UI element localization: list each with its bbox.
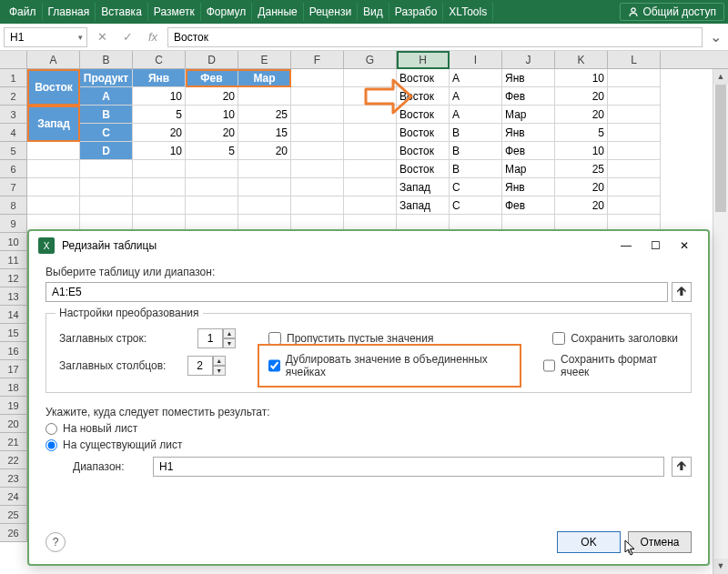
range-picker-icon[interactable]: 🡱 <box>672 282 692 302</box>
cell[interactable]: Запад <box>397 196 450 215</box>
column-header[interactable]: D <box>186 51 238 68</box>
column-header[interactable]: F <box>291 51 344 68</box>
existing-sheet-radio[interactable]: На существующий лист <box>46 438 692 451</box>
cell[interactable]: 25 <box>238 106 291 124</box>
row-header[interactable]: 23 <box>0 469 27 488</box>
cell[interactable] <box>133 196 186 215</box>
cell[interactable] <box>344 178 397 196</box>
column-header[interactable]: A <box>27 51 80 68</box>
cell[interactable] <box>344 196 397 215</box>
cell[interactable]: Янв <box>502 178 555 196</box>
row-header[interactable]: 10 <box>0 233 27 251</box>
cell[interactable] <box>186 160 238 178</box>
ribbon-tab-разрабо[interactable]: Разрабо <box>389 3 444 21</box>
formula-expand-icon[interactable]: ⌄ <box>706 28 724 45</box>
column-header[interactable]: B <box>80 51 133 68</box>
new-sheet-radio[interactable]: На новый лист <box>46 422 692 435</box>
cell[interactable] <box>27 178 80 196</box>
cell[interactable] <box>608 87 661 106</box>
column-header[interactable]: G <box>344 51 397 68</box>
header-cols-spinner[interactable]: ▲▼ <box>187 356 226 376</box>
column-header[interactable]: K <box>555 51 608 68</box>
spinner-down-icon[interactable]: ▼ <box>213 366 226 376</box>
column-header[interactable]: C <box>133 51 186 68</box>
row-header[interactable]: 16 <box>0 342 27 360</box>
cell[interactable]: 20 <box>238 142 291 160</box>
scroll-down-icon[interactable]: ▼ <box>713 559 728 574</box>
dest-range-picker-icon[interactable]: 🡱 <box>672 457 692 477</box>
merged-cell-vostok[interactable]: Восток <box>27 69 80 106</box>
cell[interactable] <box>344 160 397 178</box>
cell[interactable]: A <box>450 69 502 87</box>
cell[interactable]: C <box>80 124 133 142</box>
row-header[interactable]: 2 <box>0 87 27 106</box>
cell[interactable] <box>291 178 344 196</box>
cell[interactable] <box>344 142 397 160</box>
cell[interactable]: 20 <box>186 87 238 106</box>
cell[interactable]: B <box>450 160 502 178</box>
cell[interactable]: Янв <box>502 69 555 87</box>
row-header[interactable]: 6 <box>0 160 27 178</box>
column-header[interactable]: J <box>502 51 555 68</box>
cell[interactable] <box>291 69 344 87</box>
header-rows-input[interactable] <box>197 328 223 348</box>
confirm-edit-icon[interactable]: ✓ <box>116 27 138 47</box>
row-header[interactable]: 26 <box>0 524 27 542</box>
duplicate-merged-checkbox[interactable]: Дублировать значение в объединенных ячей… <box>258 344 521 388</box>
header-rows-spinner[interactable]: ▲▼ <box>197 328 236 348</box>
cell[interactable]: Янв <box>502 124 555 142</box>
cell[interactable]: 5 <box>555 124 608 142</box>
row-header[interactable]: 9 <box>0 215 27 233</box>
row-header[interactable]: 8 <box>0 196 27 215</box>
cell[interactable]: 5 <box>133 106 186 124</box>
spinner-up-icon[interactable]: ▲ <box>213 356 226 366</box>
row-header[interactable]: 4 <box>0 124 27 142</box>
cell[interactable]: Восток <box>397 124 450 142</box>
cell[interactable]: 20 <box>186 124 238 142</box>
cell[interactable] <box>133 160 186 178</box>
cell[interactable]: A <box>80 87 133 106</box>
cell[interactable]: B <box>450 142 502 160</box>
cell[interactable] <box>608 160 661 178</box>
cell[interactable] <box>186 196 238 215</box>
cell[interactable]: Мар <box>502 160 555 178</box>
select-all-corner[interactable] <box>0 51 27 68</box>
cancel-edit-icon[interactable]: ✕ <box>91 27 113 47</box>
column-header[interactable]: L <box>608 51 661 68</box>
cell[interactable]: Запад <box>397 178 450 196</box>
row-header[interactable]: 11 <box>0 251 27 269</box>
cell[interactable]: 20 <box>555 106 608 124</box>
cell[interactable] <box>608 178 661 196</box>
fx-icon[interactable]: fx <box>142 27 164 47</box>
cell[interactable] <box>186 178 238 196</box>
column-header[interactable]: H <box>397 51 450 68</box>
column-header[interactable]: E <box>238 51 291 68</box>
cell[interactable]: 25 <box>555 160 608 178</box>
cell[interactable]: Фев <box>502 142 555 160</box>
minimize-icon[interactable]: — <box>612 237 641 255</box>
ribbon-tab-вставка[interactable]: Вставка <box>96 3 148 21</box>
name-box[interactable]: H1 <box>4 27 87 47</box>
row-header[interactable]: 12 <box>0 269 27 287</box>
cell[interactable]: Фев <box>502 87 555 106</box>
scroll-thumb[interactable] <box>715 85 726 212</box>
cell[interactable]: Мар <box>238 69 291 87</box>
cell[interactable]: 20 <box>555 87 608 106</box>
cell[interactable] <box>608 124 661 142</box>
cell[interactable]: B <box>80 106 133 124</box>
cell[interactable]: Янв <box>133 69 186 87</box>
cell[interactable] <box>27 196 80 215</box>
keep-headers-checkbox[interactable]: Сохранить заголовки <box>552 332 678 345</box>
scroll-up-icon[interactable]: ▲ <box>713 69 728 85</box>
cell[interactable]: 10 <box>186 106 238 124</box>
ribbon-tab-данные[interactable]: Данные <box>252 3 303 21</box>
row-header[interactable]: 1 <box>0 69 27 87</box>
row-header[interactable]: 20 <box>0 415 27 433</box>
cell[interactable]: Восток <box>397 142 450 160</box>
cell[interactable] <box>80 160 133 178</box>
row-header[interactable]: 5 <box>0 142 27 160</box>
cell[interactable] <box>291 196 344 215</box>
cell[interactable]: A <box>450 106 502 124</box>
cell[interactable]: Восток <box>397 160 450 178</box>
merged-cell-zapad[interactable]: Запад <box>27 106 80 142</box>
